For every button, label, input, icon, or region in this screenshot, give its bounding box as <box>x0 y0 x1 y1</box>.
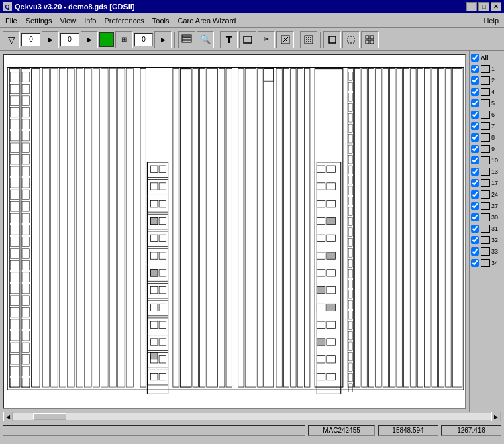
layer-30-checkbox[interactable] <box>471 213 479 221</box>
status-cell-field: MAC242455 <box>308 425 375 436</box>
toolbar-grid-small-btn[interactable] <box>361 31 379 48</box>
toolbar-input-3[interactable] <box>134 33 153 46</box>
svg-rect-133 <box>151 217 158 224</box>
svg-rect-135 <box>151 352 158 359</box>
svg-rect-134 <box>151 270 158 276</box>
toolbar-dashed-btn[interactable] <box>342 31 360 48</box>
status-left-field <box>3 425 305 436</box>
menu-view[interactable]: View <box>56 13 80 27</box>
layer-32-label: 32 <box>491 237 498 243</box>
layer-32-box <box>481 236 490 244</box>
layer-6-box <box>481 111 490 119</box>
toolbar-grid-btn[interactable]: ⊞ <box>115 31 133 48</box>
menu-settings[interactable]: Settings <box>21 13 56 27</box>
status-x-text: 15848.594 <box>392 427 423 434</box>
layer-9-label: 9 <box>491 146 495 152</box>
layer-row-30: 30 <box>471 212 503 223</box>
layer-7-checkbox[interactable] <box>471 122 479 130</box>
toolbar-square-btn[interactable] <box>323 31 341 48</box>
grid-small-icon <box>364 34 375 45</box>
svg-point-15 <box>308 41 309 42</box>
title-controls[interactable]: _ □ ✕ <box>466 2 501 11</box>
layer-33-box <box>481 247 490 256</box>
layer-2-checkbox[interactable] <box>471 76 479 85</box>
filter-icon: ▽ <box>8 34 15 45</box>
toolbar-find-btn[interactable]: 🔍 <box>197 31 214 48</box>
layer-24-checkbox[interactable] <box>471 190 479 199</box>
toolbar-dots-btn[interactable] <box>300 31 317 48</box>
status-y-field: 1267.418 <box>441 425 501 436</box>
scroll-right-button[interactable]: ▶ <box>491 412 501 421</box>
menu-help[interactable]: Help <box>479 13 503 27</box>
layer-31-checkbox[interactable] <box>471 225 479 233</box>
layer-1-label: 1 <box>491 66 495 72</box>
layer-all-checkbox[interactable] <box>471 54 479 62</box>
layer-30-box <box>481 213 490 221</box>
toolbar-stack-btn[interactable] <box>178 31 195 48</box>
layer-row-34: 34 <box>471 258 503 268</box>
menu-care-area-wizard[interactable]: Care Area Wizard <box>174 13 240 27</box>
layer-row-33: 33 <box>471 246 503 257</box>
main-area: All 1 2 4 5 6 7 <box>0 51 504 412</box>
layer-24-label: 24 <box>491 191 498 198</box>
menu-preferences[interactable]: Preferences <box>101 13 148 27</box>
title-bar: Q Qckvu3 v3.20 - demo8.gds [GDSII] _ □ ✕ <box>0 0 504 13</box>
svg-rect-17 <box>329 36 336 43</box>
layer-31-label: 31 <box>491 225 498 232</box>
svg-point-8 <box>306 37 307 38</box>
svg-point-12 <box>308 39 309 40</box>
layer-34-checkbox[interactable] <box>471 259 479 267</box>
toolbar-arrow-btn-1[interactable]: ▶ <box>42 31 59 48</box>
dashed-rect-icon <box>346 34 356 45</box>
filter-button[interactable]: ▽ <box>3 31 20 48</box>
layer-8-label: 8 <box>491 134 495 141</box>
menu-info[interactable]: Info <box>80 13 100 27</box>
layer-8-box <box>481 133 490 142</box>
layer-4-checkbox[interactable] <box>471 88 479 96</box>
toolbar-cross-btn[interactable] <box>276 31 294 48</box>
layer-27-checkbox[interactable] <box>471 202 479 210</box>
menu-file[interactable]: File <box>1 13 21 27</box>
layer-8-checkbox[interactable] <box>471 133 479 142</box>
toolbar-sep-2 <box>217 32 217 48</box>
layer-13-checkbox[interactable] <box>471 168 479 176</box>
menu-bar: File Settings View Info Preferences Tool… <box>0 13 504 28</box>
maximize-button[interactable]: □ <box>478 2 489 11</box>
toolbar-arrow-btn-3[interactable]: ▶ <box>154 31 172 48</box>
svg-rect-175 <box>317 339 325 345</box>
layer-10-checkbox[interactable] <box>471 156 479 164</box>
toolbar-color-box[interactable] <box>99 32 114 47</box>
layer-17-checkbox[interactable] <box>471 179 479 187</box>
layer-6-checkbox[interactable] <box>471 111 479 119</box>
close-button[interactable]: ✕ <box>491 2 501 11</box>
layer-27-box <box>481 202 490 210</box>
scroll-left-button[interactable]: ◀ <box>3 412 13 421</box>
toolbar-input-1[interactable] <box>21 33 40 46</box>
layer-33-checkbox[interactable] <box>471 247 479 256</box>
layer-row-32: 32 <box>471 235 503 245</box>
layer-32-checkbox[interactable] <box>471 236 479 244</box>
toolbar-rect-btn[interactable] <box>239 31 256 48</box>
layer-6-label: 6 <box>491 111 495 118</box>
toolbar-cut-btn[interactable]: ✂ <box>258 31 275 48</box>
canvas-area[interactable] <box>3 54 466 409</box>
title-bar-left: Q Qckvu3 v3.20 - demo8.gds [GDSII] <box>3 2 135 11</box>
layer-17-box <box>481 179 490 187</box>
scroll-thumb[interactable] <box>33 413 66 420</box>
svg-rect-23 <box>4 55 465 408</box>
svg-rect-18 <box>348 36 354 43</box>
toolbar: ▽ ▶ ▶ ⊞ ▶ 🔍 T ✂ <box>0 28 504 51</box>
horizontal-scrollbar[interactable]: ◀ ▶ <box>3 412 501 421</box>
svg-rect-19 <box>366 36 369 39</box>
toolbar-text-btn[interactable]: T <box>220 31 238 48</box>
layer-5-checkbox[interactable] <box>471 99 479 107</box>
layer-row-5: 5 <box>471 98 503 109</box>
layer-9-checkbox[interactable] <box>471 145 479 153</box>
layer-row-2: 2 <box>471 75 503 86</box>
toolbar-input-2[interactable] <box>60 33 79 46</box>
menu-tools[interactable]: Tools <box>148 13 174 27</box>
minimize-button[interactable]: _ <box>466 2 477 11</box>
svg-rect-20 <box>370 36 374 39</box>
layer-1-checkbox[interactable] <box>471 65 479 73</box>
toolbar-arrow-btn-2[interactable]: ▶ <box>81 31 98 48</box>
